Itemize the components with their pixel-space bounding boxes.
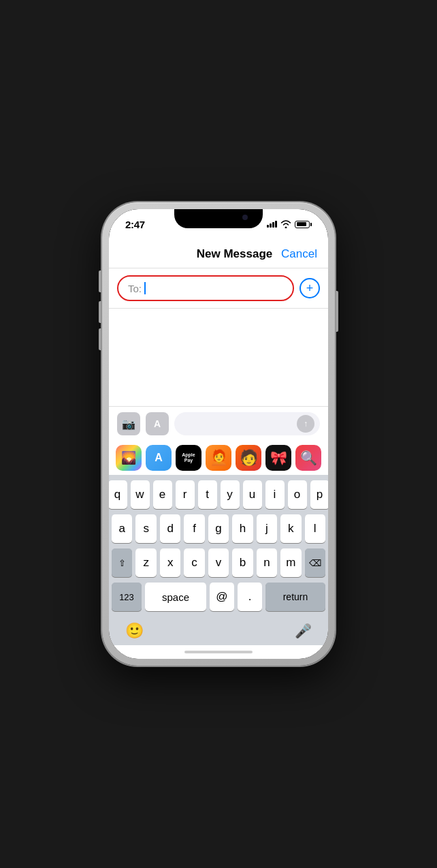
phone-inner: 2:47 [109, 209, 328, 659]
appstore-app-icon[interactable]: A [146, 445, 172, 471]
key-w[interactable]: w [131, 480, 150, 509]
key-n[interactable]: n [257, 548, 277, 577]
bottom-bar: 🙂 🎤 [109, 619, 328, 645]
emoji-button[interactable]: 🙂 [125, 622, 144, 640]
key-y[interactable]: y [221, 480, 240, 509]
key-q[interactable]: q [109, 480, 127, 509]
key-o[interactable]: o [288, 480, 307, 509]
key-j[interactable]: j [257, 514, 277, 543]
battery-icon [295, 221, 312, 228]
key-p[interactable]: p [310, 480, 329, 509]
appstore-app-icon-label: A [155, 452, 163, 464]
delete-key[interactable]: ⌫ [305, 548, 325, 577]
photos-icon: 🌄 [121, 450, 136, 465]
key-t[interactable]: t [198, 480, 217, 509]
wifi-icon [280, 220, 291, 228]
dot-key[interactable]: . [238, 583, 262, 611]
camera-icon: 📷 [122, 418, 135, 431]
keyboard-row-3: ⇧ z x c v b n m ⌫ [112, 548, 325, 577]
send-button[interactable]: ↑ [297, 415, 314, 433]
appstore-button[interactable]: A [146, 412, 169, 435]
heartdot-icon[interactable]: 🎀 [265, 445, 291, 471]
to-input-field[interactable]: To: [117, 275, 294, 301]
key-l[interactable]: l [305, 514, 325, 543]
key-a[interactable]: a [112, 514, 132, 543]
applepay-icon[interactable]: ApplePay [176, 445, 201, 471]
text-cursor [144, 282, 146, 294]
app-icons-row: 🌄 A ApplePay 🧑‍🦰 🧑 🎀 [109, 441, 328, 475]
key-g[interactable]: g [208, 514, 229, 543]
key-x[interactable]: x [160, 548, 180, 577]
message-body[interactable] [109, 309, 328, 406]
camera-button[interactable]: 📷 [117, 412, 140, 435]
keyboard-row-4: 123 space @ . return [112, 583, 325, 611]
key-v[interactable]: v [208, 548, 229, 577]
at-key[interactable]: @ [210, 583, 234, 611]
key-b[interactable]: b [232, 548, 253, 577]
app-toolbar: 📷 A ↑ [109, 406, 328, 441]
memoji2-icon[interactable]: 🧑 [236, 445, 261, 471]
key-z[interactable]: z [135, 548, 156, 577]
key-e[interactable]: e [153, 480, 172, 509]
message-header: New Message Cancel [109, 239, 328, 268]
add-contact-button[interactable]: + [300, 278, 320, 298]
key-r[interactable]: r [176, 480, 195, 509]
message-input-bar[interactable]: ↑ [174, 412, 320, 435]
key-f[interactable]: f [184, 514, 204, 543]
keyboard-row-2: a s d f g h j k l [112, 514, 325, 543]
home-bar [184, 651, 253, 653]
key-d[interactable]: d [160, 514, 180, 543]
mic-button[interactable]: 🎤 [295, 623, 312, 639]
cancel-button[interactable]: Cancel [281, 247, 317, 261]
photos-app-icon[interactable]: 🌄 [116, 445, 142, 471]
plus-icon: + [306, 281, 314, 296]
send-icon: ↑ [304, 419, 308, 429]
shift-key[interactable]: ⇧ [112, 548, 132, 577]
page-title: New Message [188, 247, 281, 261]
space-key[interactable]: space [145, 583, 206, 611]
search-app-icon[interactable]: 🔍 [295, 445, 321, 471]
keyboard-row-1: q w e r t y u i o p [112, 480, 325, 509]
memoji1-icon[interactable]: 🧑‍🦰 [206, 445, 231, 471]
status-icons [267, 220, 312, 228]
key-s[interactable]: s [135, 514, 156, 543]
status-time: 2:47 [125, 219, 145, 230]
phone-frame: 2:47 [102, 202, 335, 666]
main-content: New Message Cancel To: + [109, 239, 328, 659]
key-h[interactable]: h [232, 514, 253, 543]
key-m[interactable]: m [280, 548, 301, 577]
key-i[interactable]: i [265, 480, 285, 509]
status-bar: 2:47 [109, 209, 328, 239]
home-indicator [109, 645, 328, 659]
key-k[interactable]: k [280, 514, 301, 543]
applepay-label: ApplePay [182, 452, 195, 464]
appstore-icon: A [154, 418, 161, 429]
to-field-container: To: + [109, 268, 328, 309]
screen: 2:47 [109, 209, 328, 659]
signal-bars-icon [267, 221, 277, 228]
return-key[interactable]: return [265, 583, 325, 611]
key-c[interactable]: c [184, 548, 204, 577]
keyboard: q w e r t y u i o p a s [109, 475, 328, 619]
numbers-key[interactable]: 123 [112, 583, 142, 611]
to-label: To: [128, 283, 142, 294]
key-u[interactable]: u [243, 480, 262, 509]
